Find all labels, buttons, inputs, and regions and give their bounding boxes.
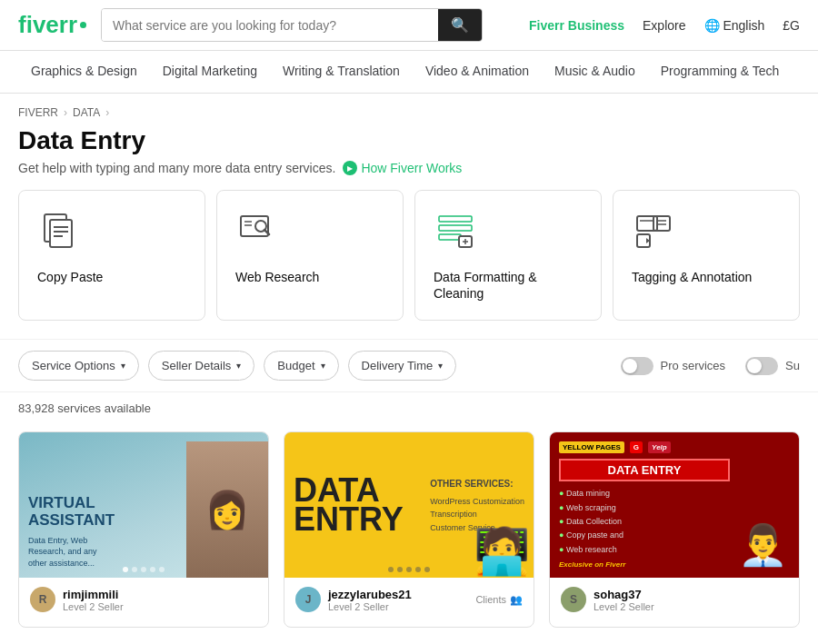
service-card-1-image: VIRTUALASSISTANT Data Entry, WebResearch…	[19, 432, 268, 578]
language-link[interactable]: 🌐 English	[704, 18, 765, 33]
nav-bar: Graphics & Design Digital Marketing Writ…	[0, 51, 818, 94]
budget-filter[interactable]: Budget ▾	[264, 351, 338, 381]
nav-item-graphics[interactable]: Graphics & Design	[18, 51, 150, 93]
seller-name-2: jezzylarubes21	[328, 588, 412, 601]
data-formatting-label: Data Formatting & Cleaning	[434, 269, 583, 302]
service-card-1-info: R rimjimmili Level 2 Seller	[19, 578, 268, 627]
seller-info-3: sohag37 Level 2 Seller	[594, 588, 654, 612]
service-card-3-image: YELLOW PAGES G Yelp DATA ENTRY ● Data mi…	[550, 432, 799, 578]
service-options-label: Service Options	[32, 359, 115, 372]
card1-dots	[19, 567, 268, 572]
nav-item-music[interactable]: Music & Audio	[542, 51, 648, 93]
header: fiverr 🔍 Fiverr Business Explore 🌐 Engli…	[0, 0, 818, 51]
nav-item-writing[interactable]: Writing & Translation	[270, 51, 413, 93]
filter-bar: Service Options ▾ Seller Details ▾ Budge…	[0, 339, 818, 392]
pro-services-toggle[interactable]	[621, 357, 653, 375]
seller-row-3: S sohag37 Level 2 Seller	[561, 587, 788, 612]
fg-logos: YELLOW PAGES G Yelp	[559, 441, 730, 453]
fg-title: DATA ENTRY	[559, 459, 730, 481]
seller-info-1: rimjimmili Level 2 Seller	[63, 588, 124, 612]
nav-item-programming[interactable]: Programming & Tech	[648, 51, 792, 93]
language-label: English	[723, 18, 764, 33]
fg-badge: Exclusive on Fiverr	[559, 560, 730, 569]
category-card-web-research[interactable]: Web Research	[216, 190, 404, 321]
su-toggle[interactable]	[745, 357, 778, 375]
page-title-section: Data Entry Get help with typing and many…	[0, 123, 818, 190]
category-card-copy-paste[interactable]: Copy Paste	[18, 190, 205, 321]
svg-rect-10	[439, 216, 472, 222]
clients-badge: Clients 👥	[475, 594, 523, 606]
service-card-2-info: J jezzylarubes21 Level 2 Seller Clients …	[284, 578, 534, 627]
de-figure: 🧑‍💻	[476, 469, 526, 578]
category-cards: Copy Paste Web Research Data Form	[0, 190, 818, 339]
logo[interactable]: fiverr	[18, 11, 86, 39]
pro-services-toggle-wrap: Pro services	[621, 357, 726, 375]
seller-details-label: Seller Details	[162, 359, 232, 372]
service-card-3-info: S sohag37 Level 2 Seller	[550, 578, 799, 627]
tagging-label: Tagging & Annotation	[632, 269, 781, 285]
category-card-tagging[interactable]: Tagging & Annotation	[613, 190, 800, 321]
delivery-time-chevron: ▾	[438, 361, 443, 371]
service-options-filter[interactable]: Service Options ▾	[18, 351, 139, 381]
copy-paste-icon	[37, 209, 186, 258]
seller-level-3: Level 2 Seller	[594, 601, 654, 612]
seller-info-2: jezzylarubes21 Level 2 Seller	[328, 588, 412, 612]
su-label: Su	[785, 359, 800, 372]
svg-rect-1	[50, 220, 72, 247]
fg-person: 👨‍💼	[735, 441, 790, 569]
tagging-icon	[632, 209, 781, 258]
currency-link[interactable]: £G	[783, 18, 800, 33]
category-card-data-formatting[interactable]: Data Formatting & Cleaning	[414, 190, 602, 321]
page-subtitle: Get help with typing and many more data …	[18, 161, 800, 175]
search-bar: 🔍	[101, 8, 483, 42]
breadcrumb-data[interactable]: DATA	[73, 106, 100, 119]
seller-details-chevron: ▾	[236, 361, 241, 371]
service-card-3[interactable]: YELLOW PAGES G Yelp DATA ENTRY ● Data mi…	[549, 431, 800, 628]
seller-level-1: Level 2 Seller	[63, 601, 124, 612]
de-title: DATAENTRY	[294, 476, 404, 535]
services-count: 83,928 services available	[0, 392, 818, 424]
va-text: VIRTUALASSISTANT Data Entry, WebResearch…	[28, 495, 259, 569]
nav-item-video[interactable]: Video & Animation	[413, 51, 542, 93]
fg-content: YELLOW PAGES G Yelp DATA ENTRY ● Data mi…	[559, 441, 730, 569]
how-fiverr-works-link[interactable]: ▶ How Fiverr Works	[343, 161, 462, 175]
logo-dot	[80, 22, 86, 28]
fg-list: ● Data mining ● Web scraping ● Data Coll…	[559, 487, 730, 556]
service-card-1[interactable]: VIRTUALASSISTANT Data Entry, WebResearch…	[18, 431, 269, 628]
web-research-icon	[235, 209, 384, 258]
breadcrumb-sep-2: ›	[105, 106, 109, 119]
su-toggle-wrap: Su	[745, 357, 800, 375]
svg-rect-11	[439, 225, 472, 231]
va-sub: Data Entry, WebResearch, and anyother as…	[28, 535, 259, 570]
play-icon: ▶	[343, 161, 357, 175]
svg-rect-12	[439, 234, 461, 240]
search-button[interactable]: 🔍	[438, 9, 482, 41]
service-card-2[interactable]: DATAENTRY OTHER SERVICES: WordPress Cust…	[284, 431, 534, 628]
seller-name-3: sohag37	[594, 588, 654, 601]
seller-name-1: rimjimmili	[63, 588, 124, 601]
globe-icon: 🌐	[704, 18, 720, 33]
seller-level-2: Level 2 Seller	[328, 601, 412, 612]
nav-item-digital[interactable]: Digital Marketing	[150, 51, 270, 93]
seller-avatar-1: R	[30, 587, 55, 612]
seller-avatar-2: J	[295, 587, 321, 612]
breadcrumb: FIVERR › DATA ›	[0, 94, 818, 123]
de-left: DATAENTRY	[294, 476, 404, 535]
header-nav: Fiverr Business Explore 🌐 English £G	[529, 18, 800, 33]
seller-details-filter[interactable]: Seller Details ▾	[148, 351, 255, 381]
explore-link[interactable]: Explore	[643, 18, 685, 33]
budget-chevron: ▾	[321, 361, 325, 371]
delivery-time-filter[interactable]: Delivery Time ▾	[348, 351, 457, 381]
logo-text: fiverr	[18, 11, 77, 39]
clients-icon: 👥	[510, 594, 523, 606]
service-cards: VIRTUALASSISTANT Data Entry, WebResearch…	[0, 424, 818, 644]
seller-row-1: R rimjimmili Level 2 Seller	[30, 587, 257, 612]
copy-paste-label: Copy Paste	[37, 269, 186, 285]
clients-label: Clients	[475, 594, 506, 605]
budget-label: Budget	[277, 359, 314, 372]
fiverr-business-link[interactable]: Fiverr Business	[529, 18, 624, 33]
breadcrumb-fiverr[interactable]: FIVERR	[18, 106, 58, 119]
data-formatting-icon	[434, 209, 583, 258]
subtitle-text: Get help with typing and many more data …	[18, 161, 335, 175]
search-input[interactable]	[102, 9, 438, 41]
